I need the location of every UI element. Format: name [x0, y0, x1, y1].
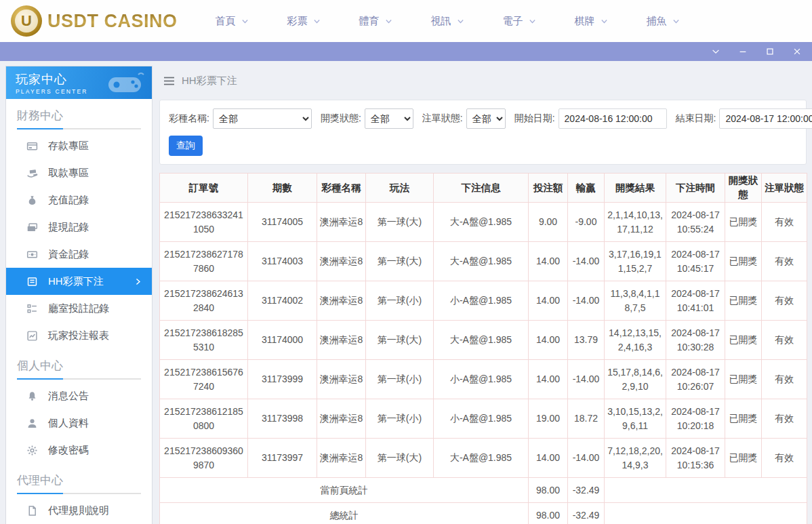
summary-bet-total: 98.00: [529, 478, 568, 503]
summary-label: 總統計: [160, 503, 529, 524]
nav-item-3[interactable]: 視訊: [431, 15, 465, 28]
table-cell: 已開獎: [725, 242, 762, 281]
sidebar-item-lottery-book[interactable]: HH彩票下注: [6, 268, 152, 295]
report-chart-icon: [26, 330, 38, 342]
section-divider: [17, 128, 141, 129]
column-header: 玩法: [366, 174, 434, 203]
table-cell: 31174000: [248, 321, 317, 360]
table-cell: 澳洲幸运8: [317, 242, 366, 281]
summary-row: 總統計 98.00 -32.49: [160, 503, 807, 524]
maximize-icon[interactable]: [765, 46, 775, 57]
nav-item-label: 棋牌: [575, 15, 595, 28]
table-cell: 有效: [762, 399, 807, 439]
column-header: 下注時間: [666, 174, 725, 203]
nav-item-6[interactable]: 捕魚: [647, 15, 681, 28]
table-cell: 2024-08-17 10:55:24: [666, 203, 725, 242]
room-record-icon: [26, 303, 38, 315]
table-cell: 31173998: [248, 399, 317, 439]
sidebar-item-label: 廳室投註記錄: [48, 302, 109, 315]
table-cell: 18.72: [568, 399, 605, 439]
column-header: 注單狀態: [762, 174, 807, 203]
sidebar-item-person[interactable]: 個人資料: [6, 409, 152, 437]
table-cell: 14.00: [529, 281, 568, 321]
sidebar-item-moneybag[interactable]: 充值記錄: [6, 186, 152, 214]
start-date-input[interactable]: [559, 108, 667, 129]
table-cell: 已開獎: [725, 203, 762, 242]
sidebar-section: 財務中心 存款專區 取款專區 充值記錄 提現記錄: [6, 99, 152, 349]
minimize-icon[interactable]: [737, 46, 748, 57]
table-cell: 19.00: [529, 399, 568, 439]
table-cell: 3,10,15,13,2,9,6,11: [605, 399, 666, 439]
gear-icon: [26, 445, 38, 456]
sidebar-section-title: 代理中心: [6, 464, 152, 493]
table-cell: 2152172386093609870: [160, 439, 248, 478]
sidebar-item-bell[interactable]: 消息公告: [6, 382, 152, 409]
sidebar-section: 個人中心 消息公告 個人資料 修改密碼: [6, 349, 152, 464]
sidebar: 玩家中心 PLAYERS CENTER 財務中心 存款專區 取款專區: [5, 66, 153, 524]
table-row: 215217238624613284031174002澳洲幸运8第一球(小)小-…: [160, 281, 807, 321]
table-cell: 有效: [762, 281, 807, 321]
table-cell: 小-A盤@1.985: [434, 281, 529, 321]
summary-row: 當前頁統計 98.00 -32.49: [160, 478, 807, 503]
end-date-input[interactable]: [719, 108, 812, 129]
logo-text: USDT CASINO: [47, 11, 178, 32]
table-cell: 11,3,8,4,1,18,7,5: [605, 281, 666, 321]
sidebar-item-report-chart[interactable]: 玩家投注報表: [6, 322, 152, 349]
bets-table: 訂單號期數彩種名稱玩法下注信息投注額輸贏開獎結果下注時間開獎狀態注單狀態 215…: [159, 173, 807, 524]
nav-item-4[interactable]: 電子: [503, 15, 537, 28]
hamburger-menu-icon[interactable]: [163, 76, 175, 86]
table-row: 215217238618285531031174000澳洲幸运8第一球(大)大-…: [160, 321, 807, 360]
nav-item-1[interactable]: 彩票: [287, 15, 321, 28]
sidebar-item-label: 提現記錄: [48, 221, 89, 234]
sidebar-item-withdraw-hand[interactable]: 取款專區: [6, 159, 152, 186]
table-cell: 31174005: [248, 203, 317, 242]
sidebar-item-cash[interactable]: 資金記錄: [6, 241, 152, 268]
wallet-icon: [26, 222, 38, 233]
moneybag-icon: [26, 195, 38, 206]
chevron-right-icon: [134, 277, 142, 286]
table-cell: 第一球(大): [366, 203, 434, 242]
table-cell: 大-A盤@1.985: [434, 439, 529, 478]
sidebar-item-label: 資金記錄: [48, 248, 89, 261]
table-cell: 2152172386246132840: [160, 281, 248, 321]
bell-icon: [26, 390, 38, 402]
chevron-down-icon: [528, 17, 537, 26]
nav-item-0[interactable]: 首頁: [216, 15, 249, 28]
table-cell: 2152172386332411050: [160, 203, 248, 242]
table-cell: 31173999: [248, 360, 317, 399]
table-cell: 澳洲幸运8: [317, 203, 366, 242]
collapse-chevron-icon[interactable]: [710, 46, 721, 57]
table-cell: 第一球(小): [366, 281, 434, 321]
close-icon[interactable]: [792, 46, 803, 57]
sidebar-item-document[interactable]: 代理規則說明: [6, 497, 152, 524]
table-cell: 第一球(小): [366, 360, 434, 399]
nav-item-2[interactable]: 體育: [359, 15, 393, 28]
summary-empty-cell: [605, 478, 807, 503]
cash-icon: [26, 249, 38, 260]
table-cell: 大-A盤@1.985: [434, 321, 529, 360]
table-cell: 小-A盤@1.985: [434, 399, 529, 439]
sidebar-item-gear[interactable]: 修改密碼: [6, 437, 152, 464]
logo[interactable]: U USDT CASINO: [11, 5, 178, 37]
table-cell: 小-A盤@1.985: [434, 360, 529, 399]
summary-bet-total: 98.00: [529, 503, 568, 524]
draw-status-select[interactable]: 全部: [365, 108, 413, 129]
table-row: 215217238615676724031173999澳洲幸运8第一球(小)小-…: [160, 360, 807, 399]
table-cell: 已開獎: [725, 321, 762, 360]
gamepad-icon: [104, 70, 145, 96]
table-cell: 第一球(大): [366, 439, 434, 478]
sidebar-item-room-record[interactable]: 廳室投註記錄: [6, 295, 152, 322]
sidebar-item-label: 存款專區: [48, 140, 89, 153]
sidebar-item-deposit-card[interactable]: 存款專區: [6, 132, 152, 159]
column-header: 投注額: [529, 174, 568, 203]
page-title: HH彩票下注: [182, 75, 237, 87]
nav-item-5[interactable]: 棋牌: [575, 15, 609, 28]
logo-coin-icon: U: [11, 5, 42, 37]
search-button[interactable]: 查詢: [169, 136, 203, 156]
table-cell: 14,12,13,15,2,4,16,3: [605, 321, 666, 360]
table-row: 215217238609360987031173997澳洲幸运8第一球(大)大-…: [160, 439, 807, 478]
order-status-select[interactable]: 全部: [466, 108, 506, 129]
sidebar-item-wallet[interactable]: 提現記錄: [6, 214, 152, 241]
lottery-name-label: 彩種名稱:: [169, 113, 209, 125]
lottery-name-select[interactable]: 全部: [213, 108, 312, 129]
